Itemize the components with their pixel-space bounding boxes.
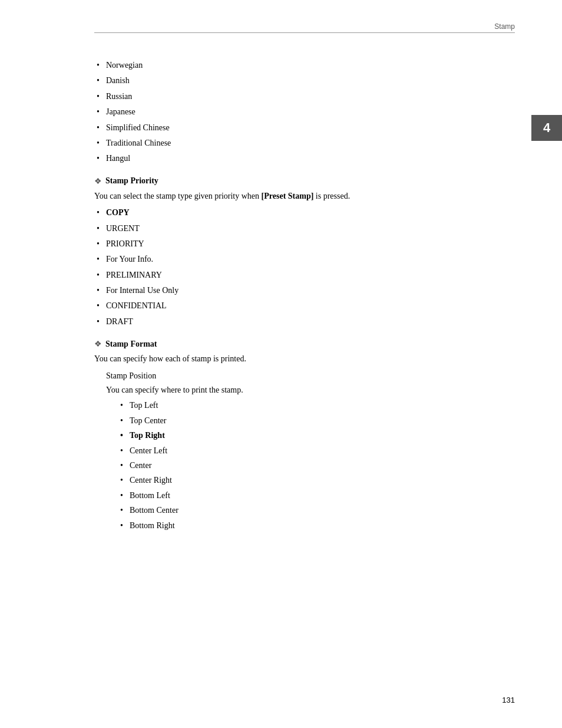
language-list: NorwegianDanishRussianJapaneseSimplified…: [94, 59, 515, 166]
list-item: Top Center: [118, 414, 515, 427]
list-item: URGENT: [94, 222, 515, 235]
list-item: Japanese: [94, 106, 515, 118]
stamp-priority-heading: ❖ Stamp Priority: [94, 176, 515, 186]
list-item: For Internal Use Only: [94, 284, 515, 297]
stamp-priority-title: Stamp Priority: [105, 176, 158, 186]
diamond-icon-priority: ❖: [94, 176, 102, 186]
list-item: Simplified Chinese: [94, 121, 515, 134]
list-item: CONFIDENTIAL: [94, 299, 515, 312]
list-item: For Your Info.: [94, 253, 515, 266]
list-item: Top Right: [118, 429, 515, 442]
stamp-position-title: Stamp Position: [106, 370, 515, 383]
stamp-priority-desc: You can select the stamp type given prio…: [94, 190, 515, 203]
main-content: NorwegianDanishRussianJapaneseSimplified…: [94, 59, 515, 532]
list-item: Danish: [94, 74, 515, 87]
list-item: Top Left: [118, 399, 515, 412]
list-item: Center Left: [118, 444, 515, 457]
list-item: PRELIMINARY: [94, 269, 515, 282]
header-line: [94, 32, 515, 33]
stamp-priority-desc-bold: [Preset Stamp]: [262, 192, 314, 200]
list-item: Hangul: [94, 152, 515, 165]
stamp-priority-desc-after: is pressed.: [313, 192, 350, 200]
list-item: Traditional Chinese: [94, 137, 515, 150]
stamp-format-desc: You can specify how each of stamp is pri…: [94, 353, 515, 365]
stamp-priority-desc-before: You can select the stamp type given prio…: [94, 192, 262, 200]
list-item: Bottom Right: [118, 519, 515, 532]
page-number: 131: [502, 696, 515, 704]
stamp-position-list: Top LeftTop CenterTop RightCenter LeftCe…: [118, 399, 515, 532]
header-label: Stamp: [494, 22, 515, 31]
list-item: Norwegian: [94, 59, 515, 72]
list-item: Russian: [94, 90, 515, 103]
list-item: Bottom Left: [118, 489, 515, 502]
list-item: Center: [118, 459, 515, 472]
list-item: DRAFT: [94, 315, 515, 328]
list-item: PRIORITY: [94, 238, 515, 251]
diamond-icon-format: ❖: [94, 339, 102, 349]
list-item: COPY: [94, 206, 515, 219]
stamp-position-subsection: Stamp Position You can specify where to …: [106, 370, 515, 532]
list-item: Bottom Center: [118, 504, 515, 517]
stamp-priority-list: COPYURGENTPRIORITYFor Your Info.PRELIMIN…: [94, 206, 515, 328]
page-container: Stamp 4 NorwegianDanishRussianJapaneseSi…: [0, 0, 562, 728]
chapter-tab: 4: [531, 115, 562, 141]
stamp-format-heading: ❖ Stamp Format: [94, 339, 515, 349]
stamp-format-title: Stamp Format: [105, 340, 157, 349]
stamp-position-desc: You can specify where to print the stamp…: [106, 384, 515, 397]
list-item: Center Right: [118, 474, 515, 487]
